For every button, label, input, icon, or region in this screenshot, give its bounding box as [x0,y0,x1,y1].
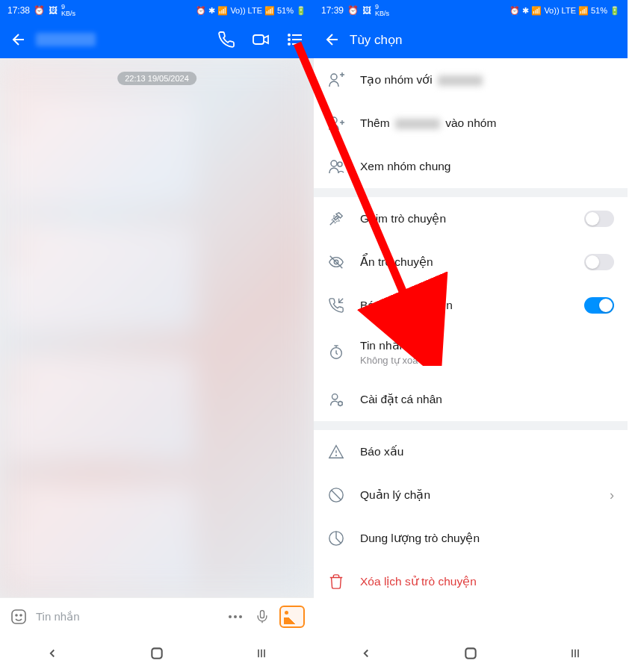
option-sublabel: Không tự xoá [360,355,614,366]
option-label: Báo cuộc gọi đến [360,299,569,312]
status-bar: 17:38 ⏰ 🖼 9KB/s ⏰ ✱ 📶 Vo)) LTE 📶 51% 🔋 [0,0,314,21]
warning-icon [327,443,345,461]
svg-point-9 [20,615,22,616]
svg-point-18 [331,74,337,80]
message-input[interactable]: Tin nhắn [36,610,218,623]
eye-off-icon [327,253,345,271]
option-pin-chat[interactable]: Ghim trò chuyện [314,197,628,240]
call-toggle[interactable] [584,297,614,314]
option-delete-history[interactable]: Xóa lịch sử trò chuyện [314,560,628,603]
bluetooth-icon: ✱ [208,6,215,16]
nav-back-button[interactable] [37,638,67,668]
svg-point-21 [338,162,342,167]
option-personal-settings[interactable]: Cài đặt cá nhân [314,378,628,421]
user-settings-icon [327,391,345,408]
navigation-bar [314,635,628,672]
svg-rect-0 [253,35,264,44]
status-time: 17:39 [321,5,344,16]
alarm-icon: ⏰ [347,5,359,16]
option-report[interactable]: Báo xấu [314,430,628,473]
svg-point-25 [332,394,338,399]
option-label: Dung lượng trò chuyện [360,532,614,545]
pin-icon [327,210,345,228]
option-label: Báo xấu [360,445,614,458]
blurred-messages [0,58,314,597]
chat-screen: 17:38 ⏰ 🖼 9KB/s ⏰ ✱ 📶 Vo)) LTE 📶 51% 🔋 [0,0,314,672]
option-label: Tin nhắn tự xoá [360,339,614,352]
option-incoming-call[interactable]: Báo cuộc gọi đến [314,284,628,327]
option-label: Ghim trò chuyện [360,212,569,225]
svg-point-11 [234,615,237,618]
nav-home-button[interactable] [142,638,172,668]
nav-recent-button[interactable] [247,638,276,668]
option-storage[interactable]: Dung lượng trò chuyện [314,517,628,560]
navigation-bar [0,635,314,672]
signal-icon: 📶 [264,6,275,16]
svg-rect-7 [12,610,25,623]
add-user-icon [327,114,345,132]
option-label: Thêm vào nhóm [360,116,614,130]
wifi-icon: 📶 [531,6,542,16]
option-hide-chat[interactable]: Ẩn trò chuyện [314,240,628,284]
option-create-group[interactable]: Tạo nhóm với [314,58,628,102]
status-bar: 17:39 ⏰ 🖼 9KB/s ⏰ ✱ 📶 Vo)) LTE 📶 51% 🔋 [314,0,628,21]
picture-icon: 🖼 [362,5,371,16]
battery-level: 51% [591,6,607,15]
svg-point-19 [331,117,337,123]
option-label: Xóa lịch sử trò chuyện [360,575,614,588]
svg-rect-14 [152,648,161,658]
nav-home-button[interactable] [456,638,486,668]
svg-line-30 [332,491,341,500]
alarm-icon: ⏰ [509,6,520,16]
alarm-icon: ⏰ [34,5,45,16]
back-button[interactable] [7,28,30,51]
option-view-groups[interactable]: Xem nhóm chung [314,145,628,188]
wifi-icon: 📶 [217,6,228,16]
network-label: Vo)) LTE [544,6,576,15]
image-button[interactable] [279,606,305,628]
hide-toggle[interactable] [584,254,614,270]
chat-messages[interactable]: 22:13 19/05/2024 [0,58,314,597]
menu-button[interactable] [284,28,306,51]
battery-level: 51% [277,6,294,15]
voice-call-button[interactable] [215,28,238,51]
svg-point-12 [239,615,242,618]
trash-icon [327,573,345,591]
options-header: Tùy chọn [314,21,628,58]
pin-toggle[interactable] [584,211,614,227]
option-add-to-group[interactable]: Thêm vào nhóm [314,102,628,145]
options-list[interactable]: Tạo nhóm với Thêm vào nhóm Xem nhóm chun… [314,58,628,635]
svg-point-26 [338,402,343,406]
block-icon [327,486,345,504]
video-call-button[interactable] [250,28,272,51]
option-auto-delete[interactable]: Tin nhắn tự xoá Không tự xoá [314,327,628,378]
status-time: 17:38 [7,5,30,16]
nav-recent-button[interactable] [560,638,590,668]
svg-point-8 [16,615,17,616]
picture-icon: 🖼 [49,5,58,16]
svg-point-28 [336,455,337,456]
section-divider [314,188,628,197]
option-label: Cài đặt cá nhân [360,393,614,406]
battery-icon: 🔋 [610,6,620,16]
network-label: Vo)) LTE [230,6,262,15]
timer-icon [327,343,345,361]
svg-point-20 [331,161,337,167]
section-divider [314,421,628,430]
svg-rect-32 [465,648,475,658]
battery-icon: 🔋 [296,6,306,16]
voice-button[interactable] [253,607,272,626]
bluetooth-icon: ✱ [522,6,529,16]
users-icon [327,158,345,175]
chevron-right-icon: › [610,488,614,503]
option-block-manage[interactable]: Quản lý chặn › [314,473,628,517]
svg-point-6 [288,43,290,45]
contact-name[interactable] [36,33,96,46]
message-timestamp: 22:13 19/05/2024 [117,72,196,85]
sticker-button[interactable] [9,607,28,626]
nav-back-button[interactable] [351,638,381,668]
back-button[interactable] [321,28,344,51]
option-label: Quản lý chặn [360,488,595,502]
page-title: Tùy chọn [350,32,620,48]
more-button[interactable] [226,607,245,626]
